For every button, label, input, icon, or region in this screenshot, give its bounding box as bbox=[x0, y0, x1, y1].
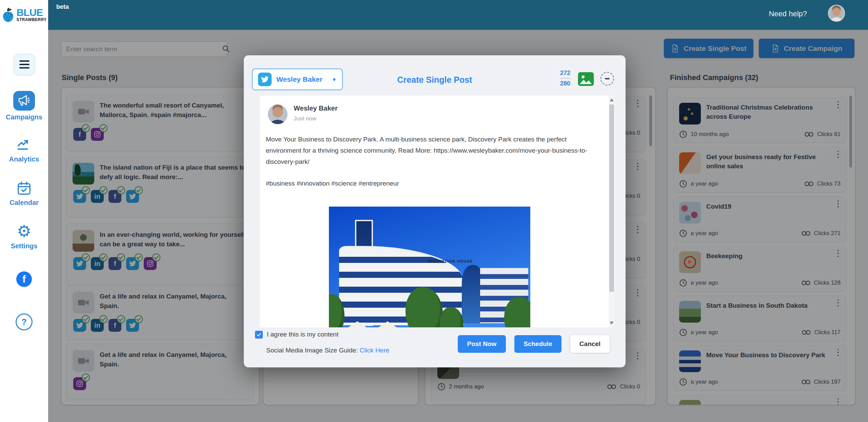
image-attachment-icon[interactable] bbox=[577, 72, 594, 87]
beta-badge: beta bbox=[56, 3, 69, 11]
sidebar-item-campaigns[interactable]: Campaigns bbox=[0, 91, 48, 121]
post-image: INNOVATION HOUSE bbox=[329, 207, 530, 327]
post-hashtags: #business #innovation #science #entrepre… bbox=[266, 180, 399, 187]
user-avatar[interactable] bbox=[828, 5, 845, 22]
collapse-button[interactable] bbox=[600, 72, 614, 85]
post-now-button[interactable]: Post Now bbox=[458, 335, 506, 353]
post-time: Just now bbox=[294, 115, 316, 122]
preview-scrollbar[interactable] bbox=[609, 96, 615, 327]
sidebar-item-calendar[interactable]: Calendar bbox=[0, 180, 48, 207]
create-single-post-modal: Wesley Baker ▼ Create Single Post 272 28… bbox=[244, 55, 626, 367]
facebook-icon: f bbox=[16, 271, 32, 287]
strawberry-icon bbox=[2, 7, 15, 23]
sidebar-item-facebook[interactable]: f bbox=[0, 271, 48, 287]
check-icon bbox=[256, 332, 261, 337]
brand-logo[interactable]: BLUE STRAWBERRY bbox=[0, 0, 48, 30]
agree-label: I agree this is my content bbox=[267, 331, 338, 338]
cancel-button[interactable]: Cancel bbox=[570, 335, 610, 353]
sidebar-item-analytics[interactable]: Analytics bbox=[0, 137, 48, 163]
need-help-link[interactable]: Need help? bbox=[769, 9, 807, 18]
sidebar-item-settings[interactable]: ⚙ Settings bbox=[0, 223, 48, 250]
brand-name-top: BLUE bbox=[17, 8, 47, 17]
app-root: beta Need help? BLUE STRAWBERRY bbox=[0, 0, 868, 422]
sidebar: Campaigns Analytics Calendar ⚙ Settings bbox=[0, 30, 48, 422]
post-author-avatar bbox=[268, 104, 288, 124]
building-sign-label: INNOVATION HOUSE bbox=[428, 259, 473, 263]
analytics-icon bbox=[16, 137, 32, 153]
schedule-button[interactable]: Schedule bbox=[514, 335, 561, 353]
menu-toggle-button[interactable] bbox=[14, 54, 35, 75]
image-size-guide-label: Social Media Image Size Guide: bbox=[266, 347, 358, 354]
agree-checkbox[interactable] bbox=[255, 331, 263, 339]
calendar-icon bbox=[16, 180, 32, 196]
megaphone-icon bbox=[13, 91, 35, 111]
post-body: Move Your Business to Discovery Park. A … bbox=[266, 134, 589, 167]
scrollbar-thumb[interactable] bbox=[609, 104, 614, 292]
brand-name-bottom: STRAWBERRY bbox=[17, 17, 47, 22]
char-count: 272 bbox=[558, 70, 572, 77]
post-preview: Wesley Baker Just now Move Your Business… bbox=[260, 96, 615, 327]
gear-icon: ⚙ bbox=[0, 223, 48, 239]
scroll-down-icon[interactable] bbox=[610, 322, 614, 325]
question-icon: ? bbox=[16, 313, 33, 330]
post-author-name: Wesley Baker bbox=[294, 104, 338, 112]
sidebar-item-help[interactable]: ? bbox=[0, 313, 48, 330]
image-size-guide-link[interactable]: Click Here bbox=[360, 347, 390, 354]
top-bar: beta Need help? bbox=[48, 0, 868, 30]
char-limit: 280 bbox=[558, 80, 572, 87]
scroll-up-icon[interactable] bbox=[610, 98, 614, 101]
character-counter: 272 280 bbox=[558, 70, 572, 87]
